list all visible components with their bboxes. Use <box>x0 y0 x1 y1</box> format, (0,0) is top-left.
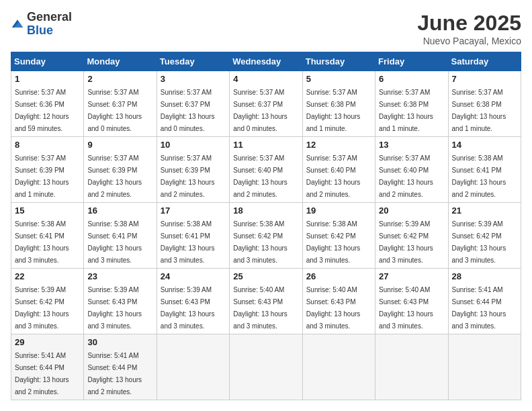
table-row: 16 Sunrise: 5:38 AMSunset: 6:41 PMDaylig… <box>84 203 157 269</box>
day-number: 27 <box>379 271 444 281</box>
logo-general-text: General <box>27 11 72 24</box>
table-row: 19 Sunrise: 5:38 AMSunset: 6:42 PMDaylig… <box>302 203 375 269</box>
day-info: Sunrise: 5:37 AMSunset: 6:36 PMDaylight:… <box>15 89 69 132</box>
day-number: 8 <box>15 140 80 150</box>
table-row: 20 Sunrise: 5:39 AMSunset: 6:42 PMDaylig… <box>375 203 448 269</box>
day-info: Sunrise: 5:37 AMSunset: 6:38 PMDaylight:… <box>306 89 361 132</box>
table-row: 11 Sunrise: 5:37 AMSunset: 6:40 PMDaylig… <box>230 137 302 203</box>
day-info: Sunrise: 5:38 AMSunset: 6:41 PMDaylight:… <box>161 220 215 264</box>
col-thursday: Thursday <box>302 52 375 71</box>
table-row: 30 Sunrise: 5:41 AMSunset: 6:44 PMDaylig… <box>84 334 157 400</box>
day-info: Sunrise: 5:38 AMSunset: 6:42 PMDaylight:… <box>306 220 361 264</box>
title-block: June 2025 Nuevo Pacayal, Mexico <box>417 11 521 46</box>
day-info: Sunrise: 5:37 AMSunset: 6:39 PMDaylight:… <box>161 154 215 198</box>
table-row: 2 Sunrise: 5:37 AMSunset: 6:37 PMDayligh… <box>84 71 157 137</box>
table-row: 5 Sunrise: 5:37 AMSunset: 6:38 PMDayligh… <box>302 71 375 137</box>
day-number: 7 <box>452 74 517 84</box>
col-tuesday: Tuesday <box>157 52 229 71</box>
table-row: 17 Sunrise: 5:38 AMSunset: 6:41 PMDaylig… <box>157 203 229 269</box>
day-info: Sunrise: 5:39 AMSunset: 6:42 PMDaylight:… <box>452 220 506 264</box>
table-row: 12 Sunrise: 5:37 AMSunset: 6:40 PMDaylig… <box>302 137 375 203</box>
calendar-week-row: 8 Sunrise: 5:37 AMSunset: 6:39 PMDayligh… <box>11 137 521 203</box>
col-sunday: Sunday <box>11 52 84 71</box>
table-row: 24 Sunrise: 5:39 AMSunset: 6:43 PMDaylig… <box>157 269 229 334</box>
calendar-table: Sunday Monday Tuesday Wednesday Thursday… <box>11 52 521 400</box>
location-text: Nuevo Pacayal, Mexico <box>417 36 521 46</box>
table-row: 6 Sunrise: 5:37 AMSunset: 6:38 PMDayligh… <box>375 71 448 137</box>
table-row: 25 Sunrise: 5:40 AMSunset: 6:43 PMDaylig… <box>230 269 302 334</box>
day-info: Sunrise: 5:39 AMSunset: 6:42 PMDaylight:… <box>15 286 69 330</box>
day-number: 11 <box>233 140 298 150</box>
day-info: Sunrise: 5:38 AMSunset: 6:41 PMDaylight:… <box>15 220 69 264</box>
day-info: Sunrise: 5:40 AMSunset: 6:43 PMDaylight:… <box>306 286 361 330</box>
day-number: 23 <box>87 271 152 281</box>
day-info: Sunrise: 5:41 AMSunset: 6:44 PMDaylight:… <box>87 352 142 396</box>
day-info: Sunrise: 5:37 AMSunset: 6:38 PMDaylight:… <box>452 89 506 132</box>
table-row <box>230 334 302 400</box>
day-number: 22 <box>15 271 80 281</box>
day-info: Sunrise: 5:37 AMSunset: 6:37 PMDaylight:… <box>87 89 142 132</box>
logo: General Blue <box>11 11 72 38</box>
day-number: 18 <box>233 205 298 216</box>
table-row: 3 Sunrise: 5:37 AMSunset: 6:37 PMDayligh… <box>157 71 229 137</box>
day-number: 3 <box>161 74 226 84</box>
day-info: Sunrise: 5:37 AMSunset: 6:39 PMDaylight:… <box>15 154 69 198</box>
table-row: 7 Sunrise: 5:37 AMSunset: 6:38 PMDayligh… <box>448 71 521 137</box>
table-row: 1 Sunrise: 5:37 AMSunset: 6:36 PMDayligh… <box>11 71 84 137</box>
day-number: 28 <box>452 271 517 281</box>
table-row: 8 Sunrise: 5:37 AMSunset: 6:39 PMDayligh… <box>11 137 84 203</box>
day-number: 5 <box>306 74 371 84</box>
col-monday: Monday <box>84 52 157 71</box>
day-info: Sunrise: 5:37 AMSunset: 6:37 PMDaylight:… <box>233 89 287 132</box>
page-header: General Blue June 2025 Nuevo Pacayal, Me… <box>11 11 521 46</box>
table-row: 29 Sunrise: 5:41 AMSunset: 6:44 PMDaylig… <box>11 334 84 400</box>
day-number: 9 <box>87 140 152 150</box>
calendar-header-row: Sunday Monday Tuesday Wednesday Thursday… <box>11 52 521 71</box>
table-row: 18 Sunrise: 5:38 AMSunset: 6:42 PMDaylig… <box>230 203 302 269</box>
day-number: 2 <box>87 74 152 84</box>
calendar-week-row: 22 Sunrise: 5:39 AMSunset: 6:42 PMDaylig… <box>11 269 521 334</box>
table-row: 13 Sunrise: 5:37 AMSunset: 6:40 PMDaylig… <box>375 137 448 203</box>
day-info: Sunrise: 5:37 AMSunset: 6:37 PMDaylight:… <box>161 89 215 132</box>
day-info: Sunrise: 5:37 AMSunset: 6:40 PMDaylight:… <box>379 154 433 198</box>
day-number: 16 <box>87 205 152 216</box>
day-number: 29 <box>15 337 80 347</box>
day-info: Sunrise: 5:37 AMSunset: 6:39 PMDaylight:… <box>87 154 142 198</box>
table-row <box>375 334 448 400</box>
table-row <box>157 334 229 400</box>
day-number: 10 <box>161 140 226 150</box>
logo-blue-text: Blue <box>27 24 72 38</box>
table-row: 26 Sunrise: 5:40 AMSunset: 6:43 PMDaylig… <box>302 269 375 334</box>
table-row: 14 Sunrise: 5:38 AMSunset: 6:41 PMDaylig… <box>448 137 521 203</box>
day-number: 13 <box>379 140 444 150</box>
table-row: 27 Sunrise: 5:40 AMSunset: 6:43 PMDaylig… <box>375 269 448 334</box>
day-info: Sunrise: 5:39 AMSunset: 6:43 PMDaylight:… <box>87 286 142 330</box>
day-number: 24 <box>161 271 226 281</box>
day-info: Sunrise: 5:39 AMSunset: 6:43 PMDaylight:… <box>161 286 215 330</box>
calendar-week-row: 29 Sunrise: 5:41 AMSunset: 6:44 PMDaylig… <box>11 334 521 400</box>
day-number: 21 <box>452 205 517 216</box>
day-info: Sunrise: 5:37 AMSunset: 6:40 PMDaylight:… <box>233 154 287 198</box>
table-row <box>448 334 521 400</box>
day-info: Sunrise: 5:38 AMSunset: 6:42 PMDaylight:… <box>233 220 287 264</box>
day-number: 14 <box>452 140 517 150</box>
table-row: 4 Sunrise: 5:37 AMSunset: 6:37 PMDayligh… <box>230 71 302 137</box>
month-title: June 2025 <box>417 11 521 36</box>
day-info: Sunrise: 5:39 AMSunset: 6:42 PMDaylight:… <box>379 220 433 264</box>
day-number: 6 <box>379 74 444 84</box>
day-number: 17 <box>161 205 226 216</box>
calendar-week-row: 1 Sunrise: 5:37 AMSunset: 6:36 PMDayligh… <box>11 71 521 137</box>
day-number: 30 <box>87 337 152 347</box>
day-number: 19 <box>306 205 371 216</box>
day-number: 20 <box>379 205 444 216</box>
day-number: 4 <box>233 74 298 84</box>
day-number: 25 <box>233 271 298 281</box>
calendar-week-row: 15 Sunrise: 5:38 AMSunset: 6:41 PMDaylig… <box>11 203 521 269</box>
day-info: Sunrise: 5:37 AMSunset: 6:40 PMDaylight:… <box>306 154 361 198</box>
table-row: 22 Sunrise: 5:39 AMSunset: 6:42 PMDaylig… <box>11 269 84 334</box>
day-info: Sunrise: 5:37 AMSunset: 6:38 PMDaylight:… <box>379 89 433 132</box>
day-number: 15 <box>15 205 80 216</box>
col-saturday: Saturday <box>448 52 521 71</box>
day-info: Sunrise: 5:40 AMSunset: 6:43 PMDaylight:… <box>379 286 433 330</box>
col-wednesday: Wednesday <box>230 52 302 71</box>
